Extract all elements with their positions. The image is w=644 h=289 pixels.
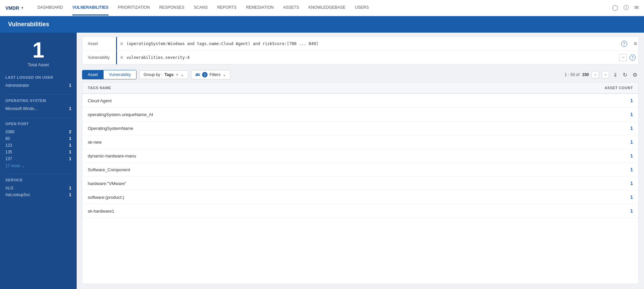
sidebar-row-count: 1 — [69, 83, 71, 88]
tag-name-cell: OperatingSystemName — [82, 121, 450, 135]
filter-menu-icon[interactable]: ≡ — [633, 39, 638, 48]
sidebar-row-label: 135 — [5, 150, 12, 154]
sidebar-row-count: 1 — [69, 143, 71, 148]
asset-count-cell: 1 — [450, 163, 638, 177]
prev-page-btn[interactable]: ‹ — [592, 71, 599, 78]
sidebar-row: Microsoft Windo...1 — [5, 105, 71, 112]
table-row[interactable]: operatingSystem.uniqueName_AI 1 — [82, 108, 638, 121]
help-icon[interactable]: ⓘ — [623, 4, 629, 11]
sidebar-row-label: 123 — [5, 143, 12, 148]
filters-button[interactable]: 0 Filters ⌄ — [191, 70, 230, 79]
asset-filter-clear-icon[interactable]: ✕ — [120, 41, 124, 46]
sidebar-row-count: 1 — [69, 192, 71, 197]
tag-name-cell: dynamic-hardware-manu — [82, 149, 450, 163]
group-by-value: Tags — [164, 72, 174, 77]
nav-link-remediation[interactable]: REMEDIATION — [246, 0, 273, 15]
table-row[interactable]: hardware:"VMware" 1 — [82, 177, 638, 190]
vuln-filter-text[interactable]: vulnerabilities.severity:4 — [126, 55, 614, 60]
asset-filter-text[interactable]: (operatingSystem:Windows and tags.name:C… — [126, 41, 616, 46]
asset-count-cell: 1 — [450, 135, 638, 149]
sidebar-total: 1 Total Asset — [5, 39, 71, 67]
group-by-close-icon[interactable]: ✕ — [176, 73, 179, 77]
asset-view-btn[interactable]: Asset — [82, 70, 103, 79]
nav-link-reports[interactable]: REPORTS — [217, 0, 237, 15]
vuln-collapse-icon[interactable]: − — [619, 54, 627, 61]
col-asset-count: ASSET COUNT — [450, 82, 638, 94]
vulnerability-view-btn[interactable]: Vulnerability — [103, 70, 136, 79]
sidebar-row-count: 1 — [69, 150, 71, 154]
next-page-btn[interactable]: › — [602, 71, 609, 78]
pagination-info: 1 - 50 of 150 — [565, 72, 589, 77]
filters-chevron-icon: ⌄ — [223, 72, 226, 77]
tag-name-cell: hardware:"VMware" — [82, 177, 450, 190]
sidebar-row: 1231 — [5, 142, 71, 149]
group-by-button[interactable]: Group by : Tags ✕ ⌄ — [139, 70, 188, 79]
vuln-help-icon[interactable]: ? — [630, 55, 636, 61]
table-row[interactable]: software:(product:) 1 — [82, 190, 638, 204]
download-icon[interactable]: ⇓ — [612, 70, 619, 79]
table-row[interactable]: OperatingSystemName 1 — [82, 121, 638, 135]
asset-filter-input-area: ✕ (operatingSystem:Windows and tags.name… — [116, 37, 618, 50]
sidebar-row: 1371 — [5, 155, 71, 162]
asset-filter-actions: ? — [618, 41, 630, 47]
nav-link-vulnerabilities[interactable]: VULNERABILITIES — [72, 0, 108, 15]
sidebar-section-service: SERVICEALG1AeLookupSvc1 — [5, 174, 71, 198]
nav-icons: ◯ ⓘ ✉ — [612, 4, 639, 11]
asset-count-cell: 1 — [450, 190, 638, 204]
sidebar-divider — [5, 94, 71, 95]
nav-link-dashboard[interactable]: DASHBOARD — [37, 0, 63, 15]
table-row[interactable]: Software_Component 1 — [82, 163, 638, 177]
sidebar-row: 801 — [5, 135, 71, 142]
toolbar: Asset Vulnerability Group by : Tags ✕ ⌄ … — [77, 67, 644, 82]
pagination-range: 1 - 50 of — [565, 72, 579, 77]
sidebar-section-title-open-port: OPEN PORT — [5, 122, 71, 126]
total-label: Total Asset — [5, 62, 71, 67]
table-container: TAGS NAME ASSET COUNT Cloud Agent 1 oper… — [82, 82, 639, 284]
asset-help-icon[interactable]: ? — [621, 41, 627, 47]
settings-icon[interactable]: ⚙ — [631, 70, 639, 79]
nav-link-prioritization[interactable]: PRIORITIZATION — [118, 0, 150, 15]
table-row[interactable]: dynamic-hardware-manu 1 — [82, 149, 638, 163]
nav-link-responses[interactable]: RESPONSES — [159, 0, 185, 15]
table-row[interactable]: Cloud Agent 1 — [82, 94, 638, 108]
nav-link-assets[interactable]: ASSETS — [283, 0, 299, 15]
page-header: Vulnerabilities — [0, 16, 644, 33]
sidebar-row-count: 1 — [69, 136, 71, 141]
main-content: 1 Total Asset LAST LOGGED ON USERAdminis… — [0, 33, 644, 289]
filter-icon — [195, 72, 200, 77]
nav-link-users[interactable]: USERS — [355, 0, 369, 15]
refresh-icon[interactable]: ↻ — [621, 70, 629, 79]
tag-name-cell: operatingSystem.uniqueName_AI — [82, 108, 450, 121]
sidebar-row-count: 1 — [69, 106, 71, 111]
sidebar-row-count: 1 — [69, 186, 71, 190]
asset-filter-row: Asset ✕ (operatingSystem:Windows and tag… — [82, 37, 638, 51]
nav-link-knowledgebase[interactable]: KNOWLEDGEBASE — [308, 0, 345, 15]
tag-name-cell: Cloud Agent — [82, 94, 450, 108]
tag-name-cell: software:(product:) — [82, 190, 450, 204]
vuln-filter-label: Vulnerability — [82, 55, 116, 60]
svg-rect-1 — [195, 74, 200, 74]
brand-logo[interactable]: VMDR ▼ — [5, 5, 24, 11]
asset-count-cell: 1 — [450, 204, 638, 218]
table-row[interactable]: sk-hardware1 1 — [82, 204, 638, 218]
vuln-filter-row: Vulnerability ✕ vulnerabilities.severity… — [82, 51, 638, 64]
user-icon[interactable]: ◯ — [612, 4, 618, 11]
sidebar-row-count: 1 — [69, 156, 71, 161]
sidebar-row-label: 137 — [5, 156, 12, 161]
vuln-filter-clear-icon[interactable]: ✕ — [120, 55, 124, 60]
sidebar-more-open-port[interactable]: 17 more ⌄ — [5, 164, 71, 168]
sidebar-row: 1351 — [5, 149, 71, 155]
results-table: TAGS NAME ASSET COUNT Cloud Agent 1 oper… — [82, 82, 638, 218]
sidebar-section-title-service: SERVICE — [5, 178, 71, 182]
sidebar-row-label: Administrator — [5, 83, 29, 88]
sidebar-section-last-logged: LAST LOGGED ON USERAdministrator1 — [5, 75, 71, 89]
pagination-total: 150 — [582, 72, 589, 77]
group-by-chevron-icon: ⌄ — [181, 72, 184, 77]
tag-name-cell: Software_Component — [82, 163, 450, 177]
asset-count-cell: 1 — [450, 177, 638, 190]
nav-link-scans[interactable]: SCANS — [194, 0, 207, 15]
top-nav: VMDR ▼ DASHBOARDVULNERABILITIESPRIORITIZ… — [0, 0, 644, 16]
mail-icon[interactable]: ✉ — [634, 4, 639, 11]
table-row[interactable]: sk-new 1 — [82, 135, 638, 149]
filter-badge: 0 — [202, 72, 207, 77]
